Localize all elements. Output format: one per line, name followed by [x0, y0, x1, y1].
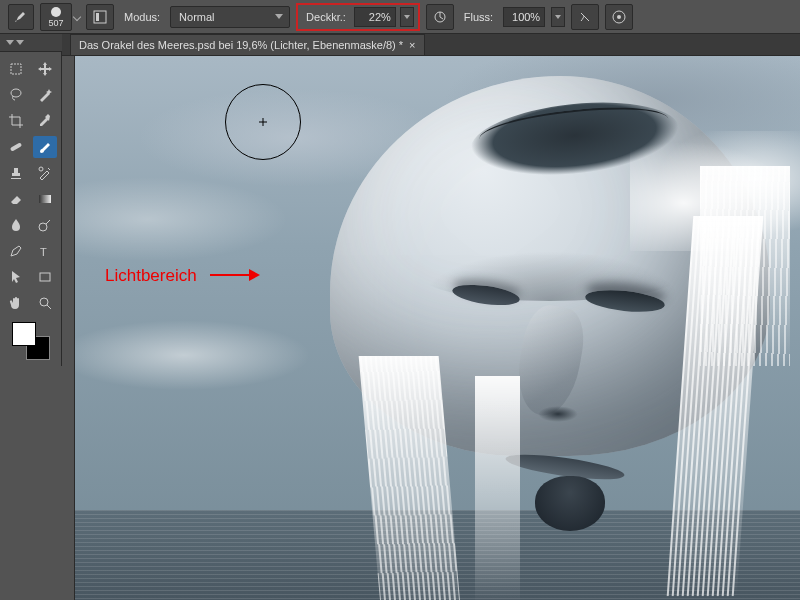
brush-tool[interactable]	[33, 136, 58, 158]
eraser-icon	[8, 191, 24, 207]
tablet-size-icon	[611, 9, 627, 25]
dodge-tool[interactable]	[33, 214, 58, 236]
chevron-down-icon	[16, 40, 24, 45]
marquee-icon	[8, 61, 24, 77]
wand-icon	[37, 87, 53, 103]
brush-icon	[13, 9, 29, 25]
arrow-icon	[8, 269, 24, 285]
svg-rect-7	[10, 142, 22, 151]
history-brush-tool[interactable]	[33, 162, 58, 184]
droplet-icon	[8, 217, 24, 233]
flow-value: 100%	[512, 11, 540, 23]
hand-tool[interactable]	[4, 292, 29, 314]
svg-point-6	[11, 89, 21, 97]
opacity-value: 22%	[369, 11, 391, 23]
crop-icon	[8, 113, 24, 129]
lasso-tool[interactable]	[4, 84, 29, 106]
zoom-tool[interactable]	[33, 292, 58, 314]
pen-icon	[8, 243, 24, 259]
opacity-input[interactable]: 22%	[354, 7, 396, 27]
heal-tool[interactable]	[4, 136, 29, 158]
flow-label: Fluss:	[464, 11, 493, 23]
move-tool[interactable]	[33, 58, 58, 80]
eraser-tool[interactable]	[4, 188, 29, 210]
svg-rect-9	[39, 195, 51, 203]
airbrush-toggle[interactable]	[571, 4, 599, 30]
svg-point-8	[39, 167, 43, 171]
airbrush-icon	[577, 9, 593, 25]
pressure-opacity-toggle[interactable]	[426, 4, 454, 30]
stamp-icon	[8, 165, 24, 181]
svg-rect-5	[11, 64, 21, 74]
blur-tool[interactable]	[4, 214, 29, 236]
tools-panel: T	[0, 52, 62, 366]
brush-size-value: 507	[48, 18, 63, 28]
svg-rect-0	[94, 11, 106, 23]
brush-dot-icon	[51, 7, 61, 17]
svg-text:T: T	[40, 246, 47, 258]
svg-point-4	[617, 15, 621, 19]
move-icon	[37, 61, 53, 77]
eyedropper-tool[interactable]	[33, 110, 58, 132]
rectangle-icon	[37, 269, 53, 285]
zoom-icon	[37, 295, 53, 311]
brush-icon	[37, 139, 53, 155]
quick-select-tool[interactable]	[33, 84, 58, 106]
stamp-tool[interactable]	[4, 162, 29, 184]
flow-dropdown[interactable]	[551, 7, 565, 27]
document-tab-bar: Das Orakel des Meeres.psd bei 19,6% (Lic…	[62, 34, 800, 56]
chevron-down-icon[interactable]	[73, 12, 81, 20]
close-icon[interactable]: ×	[409, 39, 415, 51]
tool-preset-picker[interactable]	[8, 4, 34, 30]
blend-mode-dropdown[interactable]: Normal	[170, 6, 290, 28]
svg-point-10	[39, 223, 47, 231]
lasso-icon	[8, 87, 24, 103]
brush-cursor	[225, 84, 301, 160]
opacity-dropdown[interactable]	[400, 7, 414, 27]
gradient-tool[interactable]	[33, 188, 58, 210]
foreground-swatch[interactable]	[12, 322, 36, 346]
gradient-icon	[37, 191, 53, 207]
mode-label: Modus:	[124, 11, 160, 23]
color-swatches[interactable]	[12, 322, 50, 360]
document-title: Das Orakel des Meeres.psd bei 19,6% (Lic…	[79, 39, 403, 51]
chevron-down-icon	[6, 40, 14, 45]
tablet-pressure-icon	[432, 9, 448, 25]
move-tool[interactable]	[4, 58, 29, 80]
eyedropper-icon	[37, 113, 53, 129]
brush-preset-picker[interactable]: 507	[40, 3, 72, 31]
crop-tool[interactable]	[4, 110, 29, 132]
svg-point-13	[40, 298, 48, 306]
canvas[interactable]: Lichtbereich	[75, 56, 800, 600]
annotation-label: Lichtbereich	[105, 266, 197, 286]
path-select-tool[interactable]	[4, 266, 29, 288]
brush-panel-toggle[interactable]	[86, 4, 114, 30]
type-icon: T	[37, 243, 53, 259]
bandaid-icon	[8, 139, 24, 155]
type-tool[interactable]: T	[33, 240, 58, 262]
svg-rect-12	[40, 273, 50, 281]
panel-icon	[92, 9, 108, 25]
dodge-icon	[37, 217, 53, 233]
pen-tool[interactable]	[4, 240, 29, 262]
opacity-control-highlighted: Deckkr.: 22%	[296, 3, 420, 31]
pressure-size-toggle[interactable]	[605, 4, 633, 30]
history-brush-icon	[37, 165, 53, 181]
tools-collapse-handle[interactable]	[0, 34, 62, 52]
ruler-gutter	[62, 56, 75, 600]
document-tab[interactable]: Das Orakel des Meeres.psd bei 19,6% (Lic…	[70, 34, 425, 55]
blend-mode-value: Normal	[179, 11, 214, 23]
flow-input[interactable]: 100%	[503, 7, 545, 27]
opacity-label: Deckkr.:	[306, 11, 346, 23]
annotation-arrow-icon	[210, 274, 258, 276]
svg-rect-1	[96, 13, 99, 21]
shape-tool[interactable]	[33, 266, 58, 288]
artwork-head	[270, 76, 800, 600]
options-bar: 507 Modus: Normal Deckkr.: 22% Fluss: 10…	[0, 0, 800, 34]
hand-icon	[8, 295, 24, 311]
